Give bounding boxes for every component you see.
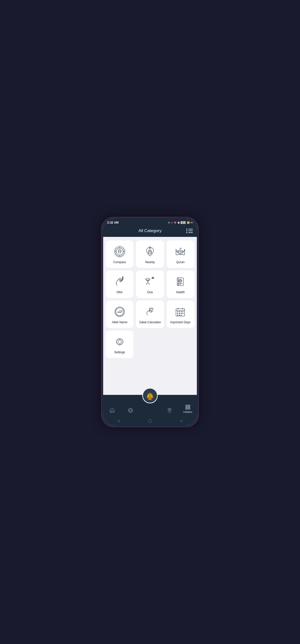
svg-rect-72 — [188, 408, 190, 409]
svg-line-20 — [181, 251, 184, 252]
svg-rect-71 — [186, 408, 187, 409]
svg-point-26 — [122, 276, 123, 277]
nav-category-label: Category — [183, 411, 192, 413]
svg-rect-69 — [186, 405, 187, 407]
svg-point-44 — [179, 311, 180, 312]
svg-line-21 — [181, 252, 184, 253]
svg-point-63 — [129, 409, 131, 411]
signal-icon: ▋▋▋ — [181, 221, 186, 224]
svg-line-17 — [177, 251, 180, 252]
main-content: Compass — [103, 237, 197, 395]
svg-point-54 — [118, 340, 121, 344]
svg-point-45 — [181, 311, 182, 312]
quran-icon: قل — [174, 245, 187, 258]
zakat-icon — [143, 305, 157, 318]
battery-icon: ▭ — [171, 221, 173, 224]
quran-label: Quran — [176, 260, 185, 264]
svg-line-16 — [177, 250, 180, 251]
dikir-icon — [113, 275, 126, 288]
back-button[interactable]: ◁ — [117, 419, 120, 423]
category-card-hadith[interactable]: Hadith — [167, 270, 194, 298]
category-card-nearby[interactable]: Nearby — [136, 240, 164, 268]
nearby-icon — [143, 245, 157, 258]
svg-rect-33 — [177, 278, 178, 286]
dua-icon — [143, 275, 157, 288]
recents-button[interactable]: ▱ — [180, 419, 183, 423]
category-grid-row1: Compass — [106, 240, 194, 268]
page-title: All Category — [138, 228, 162, 233]
category-card-allah-name[interactable]: الله Allah Name — [106, 300, 133, 328]
svg-rect-39 — [176, 309, 185, 316]
mute-icon: 🔇 — [174, 221, 177, 224]
nearby-label: Nearby — [145, 260, 155, 264]
menu-button[interactable] — [186, 229, 193, 233]
status-icons: ⊕ ▭ 🔇 ⏰ ▋▋▋ 📶 69 — [168, 221, 193, 224]
bluetooth-icon: ⊕ — [168, 221, 170, 224]
category-card-quran[interactable]: قل Quran — [167, 240, 194, 268]
hadith-icon — [174, 275, 187, 288]
category-card-settings[interactable]: Settings — [106, 331, 133, 358]
svg-text:الله: الله — [117, 310, 122, 314]
zakat-label: Zakat Calculator — [139, 320, 161, 325]
quran-center-icon — [143, 389, 157, 402]
svg-point-25 — [122, 278, 123, 279]
category-card-important-days[interactable]: Important Days — [167, 300, 194, 328]
svg-point-30 — [179, 279, 182, 282]
important-days-label: Important Days — [170, 320, 191, 325]
svg-rect-70 — [188, 405, 190, 407]
svg-point-12 — [150, 247, 151, 248]
svg-point-52 — [179, 315, 180, 316]
svg-text:قل: قل — [179, 247, 182, 249]
alarm-icon: ⏰ — [177, 221, 180, 224]
allah-name-label: Allah Name — [112, 320, 127, 325]
svg-rect-2 — [118, 250, 121, 253]
svg-line-19 — [181, 250, 184, 251]
battery-percent: 69 — [190, 221, 193, 224]
settings-label: Settings — [114, 351, 125, 355]
svg-point-53 — [181, 315, 182, 316]
svg-rect-55 — [148, 398, 152, 399]
status-bar: 2:32 AM ⊕ ▭ 🔇 ⏰ ▋▋▋ 📶 69 — [103, 219, 197, 226]
category-card-zakat[interactable]: Zakat Calculator — [136, 300, 164, 328]
wifi-icon: 📶 — [187, 221, 190, 224]
settings-icon — [113, 335, 126, 349]
category-card-dua[interactable]: Dua — [136, 270, 164, 298]
phone-screen: 2:32 AM ⊕ ▭ 🔇 ⏰ ▋▋▋ 📶 69 All Category — [103, 219, 197, 425]
dikir-label: Dikir — [117, 290, 123, 294]
status-time: 2:32 AM — [107, 221, 119, 224]
center-quran-button[interactable] — [142, 388, 158, 403]
hadith-label: Hadith — [176, 290, 185, 294]
nav-nearby[interactable] — [163, 408, 176, 413]
category-grid-row4: Settings — [106, 331, 194, 358]
svg-point-49 — [181, 313, 182, 314]
page-header: All Category — [103, 226, 197, 237]
nav-compass[interactable] — [124, 408, 137, 413]
compass-icon — [113, 245, 126, 258]
svg-point-27 — [147, 278, 149, 281]
svg-point-1 — [116, 248, 123, 255]
svg-point-68 — [169, 409, 171, 411]
nav-category[interactable]: Category — [182, 404, 194, 413]
dua-label: Dua — [147, 290, 153, 294]
svg-point-46 — [183, 311, 183, 312]
category-card-compass[interactable]: Compass — [106, 240, 133, 268]
svg-point-51 — [178, 315, 178, 316]
allah-name-icon: الله — [113, 305, 126, 318]
svg-point-47 — [178, 313, 178, 314]
category-card-dikir[interactable]: Dikir — [106, 270, 133, 298]
bottom-navigation: Category — [103, 395, 197, 416]
calendar-icon — [174, 305, 187, 318]
svg-point-48 — [179, 313, 180, 314]
phone-frame: 2:32 AM ⊕ ▭ 🔇 ⏰ ▋▋▋ 📶 69 All Category — [101, 217, 199, 427]
svg-point-50 — [183, 313, 183, 314]
home-button[interactable]: ◯ — [148, 419, 152, 423]
category-grid-row2: Dikir — [106, 270, 194, 298]
nav-home[interactable] — [106, 408, 118, 413]
svg-point-43 — [178, 311, 178, 312]
android-nav-bar: ◁ ◯ ▱ — [103, 416, 197, 425]
compass-label: Compass — [113, 260, 126, 264]
svg-line-18 — [177, 252, 180, 253]
category-grid-row3: الله Allah Name — [106, 300, 194, 328]
